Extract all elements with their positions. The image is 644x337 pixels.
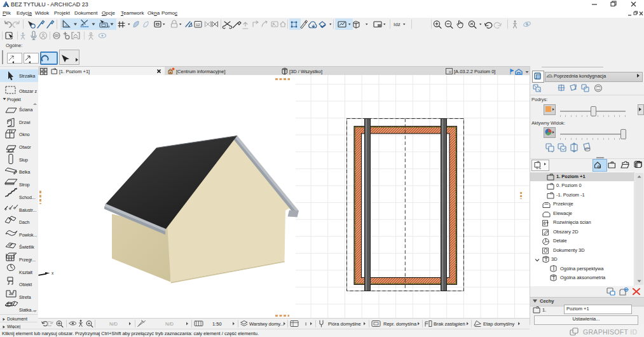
svg-text:I: I: [305, 321, 306, 327]
svg-text:N/D: N/D: [165, 321, 174, 327]
svg-text:Warstwy domy...: Warstwy domy...: [249, 321, 284, 327]
svg-text:Idź: Idź: [394, 22, 401, 27]
svg-text:Repr. domyślna: Repr. domyślna: [383, 321, 417, 327]
svg-text:1:50: 1:50: [212, 321, 222, 327]
svg-text:12: 12: [196, 23, 200, 27]
svg-text:Brak zastąpień: Brak zastąpień: [434, 321, 465, 327]
svg-text:Pióra domyślne: Pióra domyślne: [328, 321, 361, 327]
svg-text:N/D: N/D: [109, 321, 118, 327]
svg-text:x: x: [51, 271, 54, 275]
svg-text:Etap domyślny: Etap domyślny: [483, 321, 514, 327]
